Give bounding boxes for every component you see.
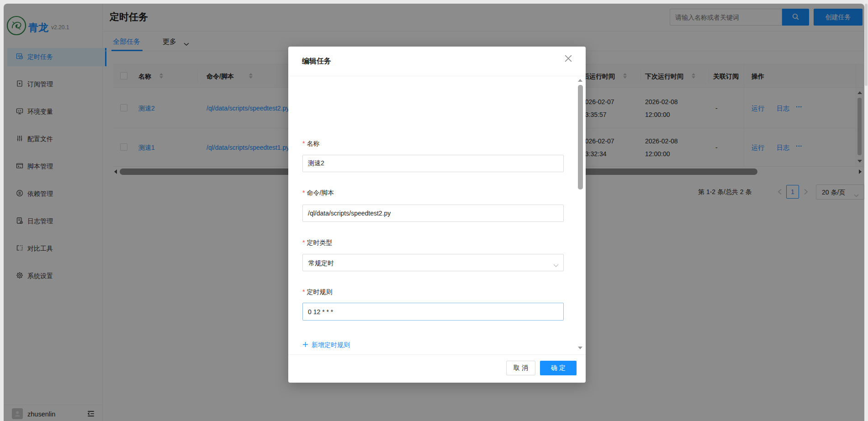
field-label-command: *命令/脚本 — [302, 189, 334, 197]
add-rule-label: 新增定时规则 — [312, 341, 350, 349]
ok-button[interactable]: 确 定 — [540, 361, 577, 375]
schedule-type-value: 常规定时 — [308, 259, 334, 267]
cancel-button[interactable]: 取 消 — [506, 361, 535, 375]
modal-footer-divider — [288, 354, 586, 355]
plus-icon — [302, 342, 308, 349]
schedule-type-select[interactable]: 常规定时 — [302, 254, 564, 271]
required-mark: * — [302, 140, 305, 147]
browser-scrollbar-thumb[interactable] — [865, 4, 868, 86]
field-label-name: *名称 — [302, 140, 319, 148]
cron-rule-input[interactable] — [302, 303, 564, 321]
field-label-schedule-type: *定时类型 — [302, 239, 332, 247]
edit-task-modal: 编辑任务 *名称 *命令/脚本 *定时类型 常规定时 *定时规则 — [288, 47, 586, 383]
modal-scroll-up-arrow[interactable] — [578, 79, 582, 82]
modal-scrollbar-thumb[interactable] — [578, 85, 583, 189]
modal-scroll-down-arrow[interactable] — [578, 347, 582, 349]
required-mark: * — [302, 288, 305, 295]
close-icon[interactable] — [565, 55, 572, 64]
modal-body: *名称 *命令/脚本 *定时类型 常规定时 *定时规则 新增定时规则 标签 — [288, 76, 586, 354]
chevron-down-icon — [553, 261, 559, 269]
task-name-input[interactable] — [302, 155, 564, 172]
add-cron-rule-link[interactable]: 新增定时规则 — [302, 341, 350, 349]
task-command-input[interactable] — [302, 205, 564, 222]
field-label-cron: *定时规则 — [302, 288, 332, 296]
browser-scrollbar[interactable] — [864, 0, 868, 421]
app-window: 青龙 v2.20.1 定时任务 订阅管理 环境变量 配置文件 脚本管理 依赖管理 — [0, 0, 868, 421]
modal-title: 编辑任务 — [302, 57, 331, 66]
required-mark: * — [302, 189, 305, 196]
required-mark: * — [302, 239, 305, 246]
